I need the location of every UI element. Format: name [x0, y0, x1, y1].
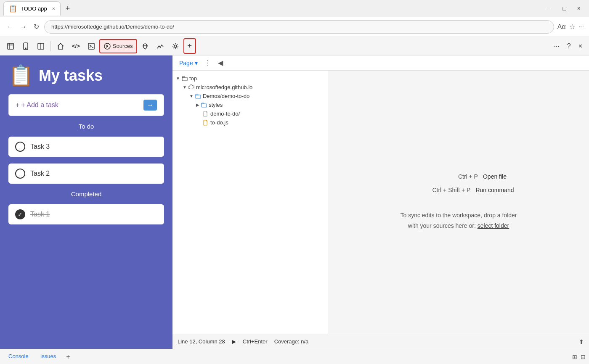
shortcut-key-run: Ctrl + Shift + P — [403, 187, 470, 193]
tree-label-styles: styles — [209, 102, 223, 108]
devtools-toolbar: </> Sources + ··· ? — [0, 37, 589, 55]
task-item[interactable]: Task 3 — [8, 137, 164, 157]
address-input[interactable] — [44, 20, 554, 34]
dropdown-icon: ▾ — [195, 60, 198, 66]
tree-item-origin[interactable]: ▼ microsoftedge.github.io — [172, 83, 328, 92]
bottom-tab-bar: Console Issues + ⊞ ⊟ — [0, 349, 589, 364]
file-icon — [203, 111, 209, 117]
tree-label-demo-to-do: demo-to-do/ — [210, 111, 240, 117]
todo-section-label: To do — [8, 123, 164, 130]
devtools-panel: Page ▾ ⋮ ◀ ▼ top ▼ — [172, 55, 589, 349]
minimize-button[interactable]: — — [541, 3, 557, 13]
tree-arrow: ▼ — [183, 85, 187, 90]
home-button[interactable] — [53, 40, 68, 53]
tree-label-top: top — [189, 75, 197, 82]
network-button[interactable] — [138, 40, 152, 53]
tree-item-demos[interactable]: ▼ Demos/demo-to-do — [172, 92, 328, 100]
add-tool-button[interactable]: + — [183, 38, 196, 54]
issues-tab[interactable]: Issues — [35, 351, 61, 362]
status-bar-right: ⬆ — [579, 338, 584, 345]
performance-button[interactable] — [153, 40, 167, 53]
run-shortcut: Ctrl+Enter — [243, 338, 268, 345]
shortcut-desc-open: Open file — [483, 173, 507, 180]
shortcut-row-run: Ctrl + Shift + P Run command — [403, 187, 514, 193]
panel-more-button[interactable]: ⋮ — [203, 57, 213, 69]
refresh-button[interactable]: ↻ — [32, 21, 41, 32]
sources-button[interactable]: Sources — [99, 39, 137, 53]
browser-tab[interactable]: 📋 TODO app × — [3, 1, 61, 16]
title-bar-left: 📋 TODO app × + — [3, 1, 73, 16]
svg-point-2 — [25, 48, 26, 49]
main-content: 📋 My tasks + + Add a task → To do Task 3… — [0, 55, 589, 349]
todo-app-title: My tasks — [39, 67, 103, 84]
add-task-button[interactable]: + + Add a task → — [8, 94, 164, 116]
upload-button[interactable]: ⬆ — [579, 338, 584, 345]
window-controls: — □ × — [541, 3, 586, 13]
workspace-text-line2: with your sources here or: — [408, 222, 476, 229]
browser-more-button[interactable]: ··· — [578, 23, 584, 31]
dock-bottom-button[interactable]: ⊞ — [572, 353, 577, 360]
add-panel-button[interactable]: + — [63, 351, 73, 362]
tree-item-to-do-js[interactable]: to-do.js — [172, 118, 328, 127]
task-checkbox[interactable] — [15, 142, 25, 152]
svg-rect-12 — [202, 104, 207, 107]
console-button[interactable] — [84, 40, 98, 53]
tree-label-origin: microsoftedge.github.io — [196, 84, 252, 90]
maximize-button[interactable]: □ — [557, 3, 571, 13]
cloud-icon — [188, 84, 194, 90]
tree-item-demo-to-do[interactable]: demo-to-do/ — [172, 109, 328, 118]
tree-arrow: ▼ — [176, 76, 180, 81]
devtools-toolbar-right: ··· ? × — [550, 40, 586, 53]
device-tool-button[interactable] — [19, 40, 33, 53]
plus-icon: + — [16, 101, 19, 109]
shortcut-desc-run: Run command — [475, 187, 514, 193]
toolbar-separator-1 — [50, 41, 51, 51]
tree-arrow: ▶ — [196, 103, 199, 107]
shortcut-row-open: Ctrl + P Open file — [411, 173, 507, 180]
elements-button[interactable]: </> — [69, 40, 83, 52]
page-label: Page — [179, 60, 193, 66]
tree-item-top[interactable]: ▼ top — [172, 74, 328, 83]
task-checkbox[interactable] — [15, 169, 25, 179]
coverage-status: Coverage: n/a — [274, 338, 309, 345]
toggle-panel-button[interactable] — [34, 40, 48, 53]
back-button[interactable]: ← — [5, 21, 15, 32]
read-aloud-button[interactable]: Aα — [557, 23, 566, 31]
close-window-button[interactable]: × — [572, 3, 586, 13]
undock-button[interactable]: ⊟ — [581, 353, 586, 360]
sources-label: Sources — [113, 43, 133, 49]
task-item-completed[interactable]: ✓ Task 1 — [8, 204, 164, 224]
task-checkbox-done[interactable]: ✓ — [15, 209, 25, 219]
workspace-text: To sync edits to the workspace, drop a f… — [400, 210, 517, 231]
devtools-more-button[interactable]: ··· — [550, 40, 562, 53]
console-tab[interactable]: Console — [3, 351, 34, 362]
svg-point-9 — [174, 45, 177, 47]
panel-header: Page ▾ ⋮ ◀ — [172, 55, 589, 71]
svg-rect-0 — [8, 43, 13, 49]
tree-label-to-do-js: to-do.js — [210, 119, 228, 126]
settings-button[interactable] — [168, 40, 183, 53]
task-label-completed: Task 1 — [30, 211, 50, 218]
inspect-tool-button[interactable] — [3, 40, 18, 53]
tree-arrow: ▼ — [189, 94, 194, 98]
shortcut-key-open: Ctrl + P — [411, 173, 478, 180]
folder-blue-icon — [201, 102, 207, 108]
tab-favicon: 📋 — [9, 5, 17, 13]
task-item[interactable]: Task 2 — [8, 164, 164, 184]
tree-label-demos: Demos/demo-to-do — [203, 93, 249, 99]
editor-shortcuts: Ctrl + P Open file Ctrl + Shift + P Run … — [403, 173, 514, 193]
folder-open-icon — [182, 76, 188, 82]
favorites-button[interactable]: ☆ — [569, 23, 575, 31]
forward-button[interactable]: → — [19, 21, 29, 32]
tree-item-styles[interactable]: ▶ styles — [172, 100, 328, 109]
file-js-icon — [203, 120, 209, 126]
svg-rect-11 — [196, 95, 201, 98]
title-bar: 📋 TODO app × + — □ × — [0, 0, 589, 17]
new-tab-button[interactable]: + — [62, 3, 74, 15]
devtools-close-button[interactable]: × — [575, 40, 586, 53]
page-dropdown[interactable]: Page ▾ — [176, 58, 201, 68]
devtools-help-button[interactable]: ? — [564, 40, 574, 53]
panel-dock-button[interactable]: ◀ — [215, 57, 226, 69]
tab-close-button[interactable]: × — [52, 6, 55, 12]
select-folder-link[interactable]: select folder — [478, 222, 509, 229]
